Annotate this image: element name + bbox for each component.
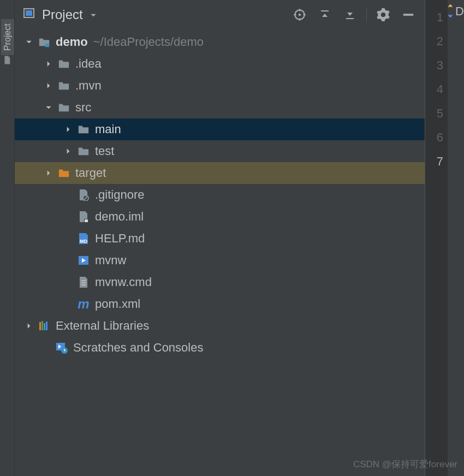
file-ignore-icon: [75, 189, 92, 201]
module-icon: [36, 37, 52, 47]
tree-item-label: .gitignore: [95, 188, 145, 202]
dropdown-icon[interactable]: [90, 7, 97, 22]
expand-arrow-icon[interactable]: [41, 82, 56, 90]
tree-item-path: ~/IdeaProjects/demo: [93, 35, 204, 49]
tree-item-main[interactable]: main: [15, 118, 425, 140]
line-number: 1: [425, 5, 443, 29]
editor-gutter: 1234567: [425, 0, 448, 476]
project-toolwindow-tab[interactable]: Project: [1, 19, 14, 55]
settings-gear-icon[interactable]: [374, 6, 392, 23]
line-number: 6: [425, 126, 443, 150]
svg-rect-15: [46, 322, 47, 330]
editor-tab-strip[interactable]: D: [448, 0, 464, 476]
svg-rect-9: [85, 219, 88, 222]
expand-arrow-icon[interactable]: [41, 60, 56, 68]
project-tree[interactable]: demo~/IdeaProjects/demo.idea.mvnsrcmaint…: [15, 29, 425, 476]
tree-item-label: pom.xml: [95, 297, 140, 311]
file-iml-icon: [75, 211, 92, 223]
tree-item-label: HELP.md: [95, 231, 145, 246]
expand-all-icon[interactable]: [316, 6, 334, 23]
tree-item-pom[interactable]: mpom.xml: [15, 293, 425, 315]
folder-icon: [75, 124, 92, 135]
editor-tab-label: D: [455, 4, 464, 19]
line-number: 5: [425, 102, 443, 126]
expand-arrow-icon[interactable]: [41, 169, 56, 177]
tree-item-label: main: [95, 122, 121, 136]
tree-item-demo[interactable]: demo~/IdeaProjects/demo: [15, 31, 425, 53]
expand-arrow-icon[interactable]: [61, 147, 75, 155]
tree-item-src[interactable]: src: [15, 97, 425, 118]
tree-item-label: .idea: [75, 57, 102, 71]
line-number: 4: [425, 78, 443, 102]
expand-arrow-icon[interactable]: [41, 104, 56, 111]
tree-item-label: External Libraries: [56, 319, 149, 333]
svg-rect-14: [44, 323, 45, 330]
svg-rect-4: [403, 14, 413, 16]
svg-rect-12: [39, 322, 41, 330]
file-md-icon: MD: [75, 233, 92, 245]
line-number: 7: [425, 150, 443, 174]
tree-item-label: test: [95, 144, 114, 158]
file-run-icon: [75, 255, 92, 266]
libraries-icon: [36, 320, 52, 332]
watermark: CSDN @保持可爱forever: [353, 458, 457, 471]
line-number: 3: [425, 53, 443, 78]
svg-rect-13: [41, 321, 43, 330]
collapse-all-icon[interactable]: [341, 6, 359, 23]
expand-arrow-icon[interactable]: [22, 322, 36, 330]
tool-window-stripe: Project: [0, 0, 15, 476]
project-title: Project: [42, 7, 83, 22]
tree-item-gitignore[interactable]: .gitignore: [15, 184, 425, 206]
project-header: Project: [15, 0, 425, 29]
svg-rect-1: [26, 10, 32, 16]
tree-item-label: demo.iml: [95, 210, 144, 224]
tree-item-label: Scratches and Consoles: [73, 341, 203, 355]
folder-icon: [56, 80, 72, 91]
locate-icon[interactable]: [291, 6, 308, 23]
tree-item-mvnw[interactable]: mvnw: [15, 249, 425, 271]
tree-item-label: src: [75, 100, 91, 115]
tree-item-mvnwcmd[interactable]: mvnw.cmd: [15, 271, 425, 293]
collapsed-file-icon[interactable]: [2, 55, 13, 66]
tree-item-label: .mvn: [75, 79, 102, 93]
tree-item-label: demo: [56, 35, 88, 49]
svg-point-3: [299, 13, 301, 15]
tree-item-target[interactable]: target: [15, 162, 425, 184]
svg-text:MD: MD: [80, 239, 87, 244]
tree-item-idea[interactable]: .idea: [15, 53, 425, 75]
tree-item-label: target: [75, 166, 106, 180]
folder-orange-icon: [56, 168, 72, 178]
tree-item-helpmd[interactable]: MDHELP.md: [15, 228, 425, 249]
line-number: 2: [425, 29, 443, 53]
maven-icon: m: [75, 296, 92, 312]
hide-icon[interactable]: [400, 6, 417, 23]
project-view-icon: [22, 7, 35, 23]
tree-item-test[interactable]: test: [15, 140, 425, 162]
folder-icon: [56, 58, 72, 69]
project-tool-window: Project demo~/IdeaProject: [15, 0, 425, 476]
file-txt-icon: [75, 276, 92, 288]
tree-item-label: mvnw.cmd: [95, 275, 152, 289]
tree-item-label: mvnw: [95, 253, 126, 267]
run-config-icon: [448, 4, 453, 17]
expand-arrow-icon[interactable]: [61, 126, 75, 133]
svg-rect-5: [45, 44, 49, 47]
tree-item-mvn[interactable]: .mvn: [15, 75, 425, 97]
folder-icon: [56, 102, 72, 113]
folder-icon: [75, 146, 92, 157]
tree-item-demoiml[interactable]: demo.iml: [15, 206, 425, 228]
scratch-icon: [53, 342, 70, 354]
tree-item-extlib[interactable]: External Libraries: [15, 315, 425, 337]
separator: [366, 7, 367, 22]
tree-item-scratch[interactable]: Scratches and Consoles: [15, 337, 425, 359]
expand-arrow-icon[interactable]: [22, 38, 36, 46]
